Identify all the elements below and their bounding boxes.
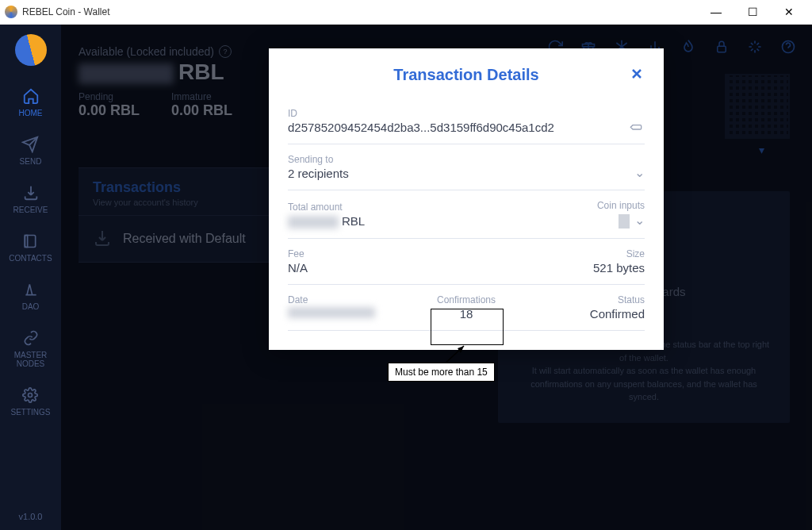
nav-label: DAO bbox=[22, 302, 40, 311]
amount-ticker: RBL bbox=[342, 214, 365, 228]
nav-label: MASTER NODES bbox=[0, 351, 61, 368]
nav-label: SETTINGS bbox=[10, 408, 50, 417]
sending-to-value: 2 recipients bbox=[288, 167, 622, 180]
minimize-button[interactable]: — bbox=[698, 0, 734, 24]
id-value: d25785209452454d2ba3...5d3159ff6d90c45a1… bbox=[288, 121, 615, 134]
svg-rect-1 bbox=[25, 236, 28, 248]
gear-icon bbox=[21, 386, 40, 405]
amount-hidden bbox=[288, 216, 339, 229]
chevron-down-icon[interactable]: ⌄ bbox=[634, 165, 645, 180]
modal-title: Transaction Details bbox=[393, 66, 538, 84]
app-logo bbox=[15, 34, 47, 66]
status-value: Confirmed bbox=[590, 307, 645, 321]
sending-to-label: Sending to bbox=[288, 154, 622, 165]
total-amount-label: Total amount bbox=[288, 202, 584, 213]
close-button[interactable]: ✕ bbox=[771, 0, 807, 24]
fee-value: N/A bbox=[288, 261, 580, 275]
nav-label: RECEIVE bbox=[13, 205, 48, 214]
size-label: Size bbox=[626, 248, 645, 259]
confirmations-label: Confirmations bbox=[437, 294, 496, 305]
fee-label: Fee bbox=[288, 248, 580, 259]
nav-contacts[interactable]: CONTACTS bbox=[9, 232, 52, 263]
send-icon bbox=[21, 135, 40, 154]
svg-rect-0 bbox=[25, 236, 36, 248]
nav-dao[interactable]: DAO bbox=[21, 280, 40, 311]
id-label: ID bbox=[288, 108, 615, 119]
version-label: v1.0.0 bbox=[19, 512, 43, 521]
nav-settings[interactable]: SETTINGS bbox=[10, 386, 50, 417]
tag-icon[interactable] bbox=[627, 123, 645, 134]
transaction-details-modal: Transaction Details ID d25785209452454d2… bbox=[269, 48, 664, 350]
link-icon bbox=[21, 328, 40, 348]
svg-point-2 bbox=[29, 394, 33, 398]
window-title: REBEL Coin - Wallet bbox=[22, 6, 109, 17]
size-value: 521 bytes bbox=[593, 261, 645, 275]
sidebar: HOME SEND RECEIVE CONTACTS DAO MASTER NO… bbox=[0, 25, 61, 530]
annotation-box bbox=[431, 309, 504, 345]
date-label: Date bbox=[288, 294, 424, 305]
coin-inputs-indicator bbox=[619, 214, 630, 229]
nav-label: SEND bbox=[20, 157, 42, 166]
app-logo-small bbox=[5, 6, 17, 18]
nav-label: CONTACTS bbox=[9, 254, 52, 263]
contacts-icon bbox=[21, 232, 40, 251]
home-icon bbox=[21, 86, 40, 106]
nav-home[interactable]: HOME bbox=[19, 86, 43, 117]
date-hidden bbox=[288, 307, 375, 318]
nav-label: HOME bbox=[19, 109, 43, 117]
dao-icon bbox=[21, 280, 40, 299]
svg-marker-12 bbox=[458, 346, 464, 353]
nav-masternodes[interactable]: MASTER NODES bbox=[0, 328, 61, 368]
annotation-text: Must be more than 15 bbox=[388, 363, 495, 382]
coin-inputs-label: Coin inputs bbox=[597, 200, 645, 211]
chevron-down-icon[interactable]: ⌄ bbox=[634, 213, 645, 227]
status-label: Status bbox=[618, 294, 645, 305]
window-titlebar: REBEL Coin - Wallet — ☐ ✕ bbox=[0, 0, 812, 25]
receive-icon bbox=[21, 183, 40, 202]
nav-receive[interactable]: RECEIVE bbox=[13, 183, 48, 214]
maximize-button[interactable]: ☐ bbox=[734, 0, 771, 24]
nav-send[interactable]: SEND bbox=[20, 135, 42, 166]
close-icon[interactable] bbox=[629, 66, 645, 82]
